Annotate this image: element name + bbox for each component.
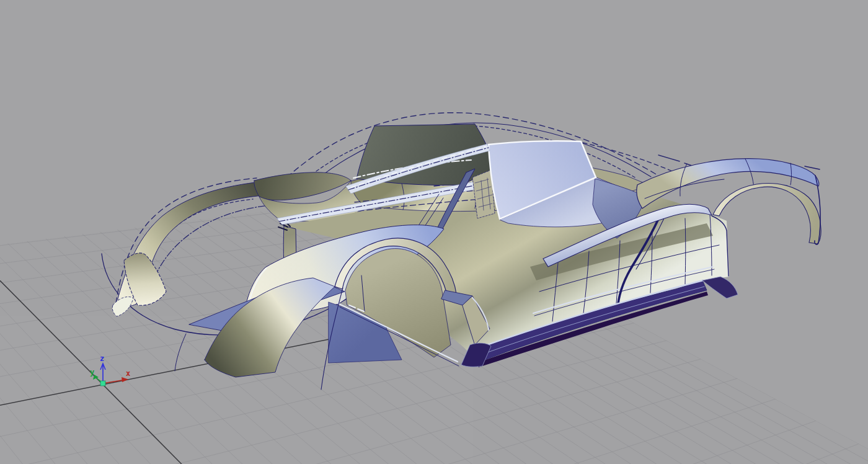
z-axis-label: z [100,354,104,363]
x-axis-label: x [126,369,130,378]
cad-viewport[interactable]: z x y [0,0,868,464]
y-axis-label: y [90,368,94,377]
viewport-canvas[interactable]: z x y [0,0,868,464]
origin-marker [100,381,105,386]
